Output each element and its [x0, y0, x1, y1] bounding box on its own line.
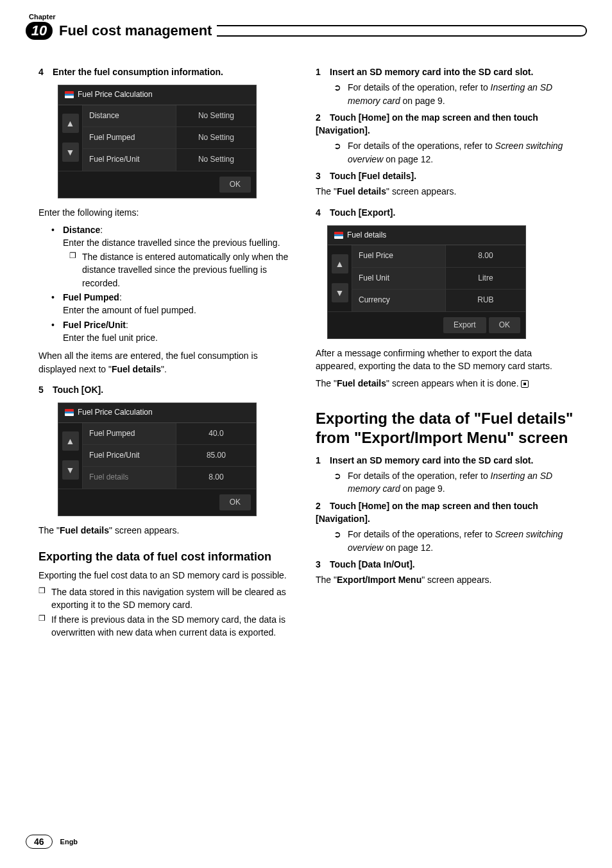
reference-arrow-icon: ➲: [334, 469, 348, 496]
section-title: Fuel cost management: [59, 22, 212, 39]
scroll-down-icon[interactable]: ▼: [62, 460, 79, 480]
note-icon: ❐: [69, 250, 82, 290]
scroll-up-icon[interactable]: ▲: [62, 431, 79, 451]
export-button[interactable]: Export: [443, 317, 486, 333]
reference-arrow-icon: ➲: [334, 139, 348, 166]
export-fuel-details-heading: Exporting the data of "Fuel details" fro…: [316, 409, 574, 447]
chapter-number-badge: 10: [26, 22, 53, 40]
header-rule: [217, 25, 586, 37]
page-footer: 46 Engb: [26, 835, 78, 849]
flag-icon: [334, 232, 343, 239]
page-header: Chapter 10 Fuel cost management: [0, 0, 612, 46]
ok-button[interactable]: OK: [489, 317, 520, 333]
screenshot-fuel-details: Fuel details ▲ ▼ Fuel Price8.00 Fuel Uni…: [327, 225, 526, 339]
ok-button[interactable]: OK: [219, 494, 251, 510]
scroll-up-icon[interactable]: ▲: [332, 254, 348, 273]
screenshot-fuel-price-calc-empty: Fuel Price Calculation ▲ ▼ DistanceNo Se…: [58, 85, 257, 198]
right-column: 1Insert an SD memory card into the SD ca…: [316, 65, 574, 640]
screenshot-fuel-price-calc-filled: Fuel Price Calculation ▲ ▼ Fuel Pumped40…: [58, 403, 257, 516]
note-icon: ❐: [38, 613, 51, 639]
flag-icon: [65, 409, 74, 416]
scroll-down-icon[interactable]: ▼: [62, 143, 79, 162]
step-4: 4Enter the fuel consumption information.: [38, 65, 296, 78]
step-5: 5Touch [OK].: [38, 383, 296, 396]
chapter-label: Chapter: [29, 13, 586, 21]
scroll-up-icon[interactable]: ▲: [62, 114, 79, 133]
reference-arrow-icon: ➲: [334, 81, 348, 107]
left-column: 4Enter the fuel consumption information.…: [38, 65, 296, 640]
note-icon: ❐: [38, 586, 51, 612]
scroll-down-icon[interactable]: ▼: [332, 283, 348, 302]
stop-icon: [521, 380, 529, 388]
language-code: Engb: [60, 838, 78, 846]
export-fuel-cost-heading: Exporting the data of fuel cost informat…: [38, 550, 296, 564]
flag-icon: [65, 91, 74, 98]
ok-button[interactable]: OK: [219, 177, 251, 193]
reference-arrow-icon: ➲: [334, 528, 348, 554]
enter-following: Enter the following items:: [38, 206, 296, 219]
page-number: 46: [26, 835, 53, 849]
